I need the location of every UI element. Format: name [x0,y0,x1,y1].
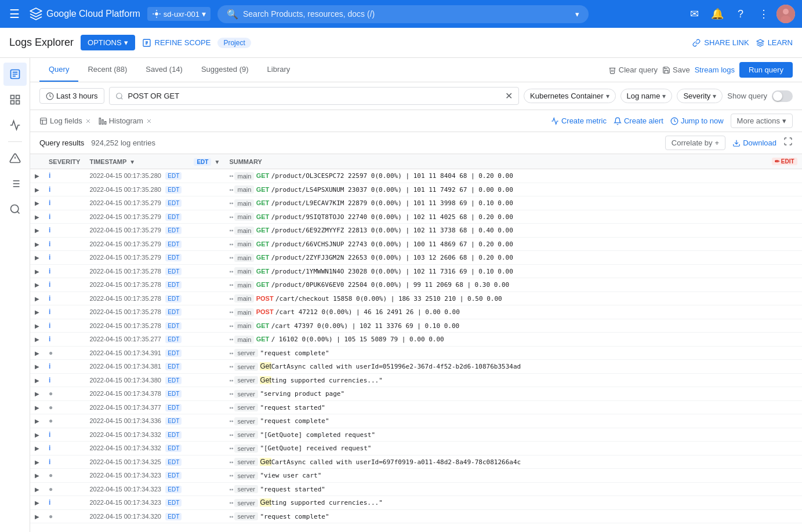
row-expand-cell[interactable]: ▶ [30,346,44,360]
project-selector[interactable]: sd-uxr-001 ▾ [147,7,211,21]
sidebar-item-metrics[interactable] [3,114,27,137]
severity-filter-chip[interactable]: Severity ▾ [677,89,723,103]
tab-suggested[interactable]: Suggested (9) [192,58,258,82]
row-expand-cell[interactable]: ▶ [30,400,44,414]
row-expand-cell[interactable]: ▶ [30,264,44,278]
row-expand-cell[interactable]: ▶ [30,305,44,319]
expand-icon[interactable]: ▶ [35,241,39,247]
more-options-icon[interactable]: ⋮ [753,3,774,24]
row-expand-cell[interactable]: ▶ [30,251,44,265]
search-clear-icon[interactable]: ✕ [505,90,513,101]
more-actions-button[interactable]: More actions ▾ [731,114,793,128]
learn-button[interactable]: LEARN [756,38,793,47]
help-icon[interactable]: ? [730,3,751,24]
expand-icon[interactable]: ▶ [35,472,39,479]
histogram-button[interactable]: Histogram [99,116,153,125]
sidebar-item-search[interactable] [3,198,27,221]
table-row: ▶ ● 2022-04-15 00:17:34.336 EDT ▪▪ serve… [30,414,802,428]
row-expand-cell[interactable]: ▶ [30,442,44,456]
tab-query[interactable]: Query [39,58,78,82]
sidebar-item-logs[interactable] [3,63,27,86]
search-input[interactable] [128,92,501,100]
clear-query-button[interactable]: Clear query [608,65,658,74]
sidebar-item-dashboard[interactable] [3,88,27,111]
row-expand-cell[interactable]: ▶ [30,509,44,523]
jump-to-now-button[interactable]: Jump to now [670,116,724,125]
menu-icon[interactable]: ☰ [7,5,22,23]
expand-icon[interactable]: ▶ [35,405,39,411]
expand-icon[interactable]: ▶ [35,445,39,451]
col-header-edit[interactable]: ✏ EDIT [767,154,802,169]
expand-icon[interactable]: ▶ [35,377,39,384]
row-expand-cell[interactable]: ▶ [30,333,44,347]
run-query-button[interactable]: Run query [739,62,793,78]
sidebar-item-list[interactable] [3,172,27,195]
show-query-toggle[interactable] [772,90,793,102]
expand-icon[interactable]: ▶ [35,227,39,234]
expand-icon[interactable]: ▶ [35,513,39,520]
row-expand-cell[interactable]: ▶ [30,224,44,238]
expand-icon[interactable]: ▶ [35,214,39,220]
refine-scope-button[interactable]: REFINE SCOPE [142,38,211,48]
expand-icon[interactable]: ▶ [35,418,39,424]
expand-icon[interactable]: ▶ [35,200,39,206]
row-expand-cell[interactable]: ▶ [30,360,44,374]
col-header-timestamp[interactable]: TIMESTAMP ▼ [85,154,189,169]
expand-icon[interactable]: ▶ [35,309,39,315]
create-metric-button[interactable]: Create metric [551,116,607,125]
expand-icon[interactable]: ▶ [35,173,39,179]
expand-icon[interactable]: ▶ [35,432,39,438]
tab-recent[interactable]: Recent (88) [78,58,136,82]
sidebar-item-alerts[interactable] [3,147,27,170]
avatar[interactable] [776,5,795,23]
stream-logs-button[interactable]: Stream logs [695,65,735,74]
expand-icon[interactable]: ▶ [35,486,39,493]
expand-icon[interactable]: ▶ [35,282,39,288]
expand-icon[interactable]: ▶ [35,268,39,275]
row-expand-cell[interactable]: ▶ [30,373,44,387]
row-expand-cell[interactable]: ▶ [30,414,44,428]
log-fields-button[interactable]: Log fields [39,116,92,125]
fullscreen-button[interactable] [783,137,793,149]
expand-icon[interactable]: ▶ [35,459,39,465]
share-link-button[interactable]: SHARE LINK [692,38,749,47]
save-button[interactable]: Save [662,65,690,74]
row-expand-cell[interactable]: ▶ [30,237,44,251]
correlate-button[interactable]: Correlate by + [665,136,725,150]
expand-icon[interactable]: ▶ [35,336,39,342]
notifications-icon[interactable]: 🔔 [707,3,728,24]
row-expand-cell[interactable]: ▶ [30,469,44,483]
expand-icon[interactable]: ▶ [35,391,39,397]
expand-icon[interactable]: ▶ [35,254,39,261]
expand-icon[interactable]: ▶ [35,296,39,302]
row-expand-cell[interactable]: ▶ [30,455,44,469]
expand-icon[interactable]: ▶ [35,323,39,329]
row-expand-cell[interactable]: ▶ [30,387,44,401]
expand-icon[interactable]: ▶ [35,187,39,193]
expand-icon[interactable]: ▶ [35,363,39,370]
row-expand-cell[interactable]: ▶ [30,319,44,333]
kubernetes-filter-chip[interactable]: Kubernetes Container ▾ [524,89,615,103]
tab-saved[interactable]: Saved (14) [136,58,192,82]
expand-icon[interactable]: ▶ [35,350,39,356]
col-header-edt[interactable]: EDT ▼ [189,154,224,169]
expand-icon[interactable]: ▶ [35,500,39,506]
row-timestamp-cell: 2022-04-15 00:17:34.378 EDT [85,387,189,401]
row-expand-cell[interactable]: ▶ [30,169,44,183]
time-filter[interactable]: Last 3 hours [39,88,104,104]
tab-library[interactable]: Library [258,58,300,82]
log-name-filter-chip[interactable]: Log name ▾ [620,89,673,103]
row-expand-cell[interactable]: ▶ [30,496,44,510]
search-bar[interactable]: 🔍 Search Products, resources, docs (/) ▾ [217,5,589,23]
row-expand-cell[interactable]: ▶ [30,482,44,496]
row-expand-cell[interactable]: ▶ [30,196,44,210]
row-expand-cell[interactable]: ▶ [30,291,44,305]
row-expand-cell[interactable]: ▶ [30,428,44,442]
row-expand-cell[interactable]: ▶ [30,210,44,224]
options-button[interactable]: OPTIONS ▾ [81,35,135,50]
email-icon[interactable]: ✉ [684,3,705,24]
row-expand-cell[interactable]: ▶ [30,183,44,196]
row-expand-cell[interactable]: ▶ [30,278,44,292]
create-alert-button[interactable]: Create alert [614,116,663,125]
download-button[interactable]: Download [732,139,776,147]
